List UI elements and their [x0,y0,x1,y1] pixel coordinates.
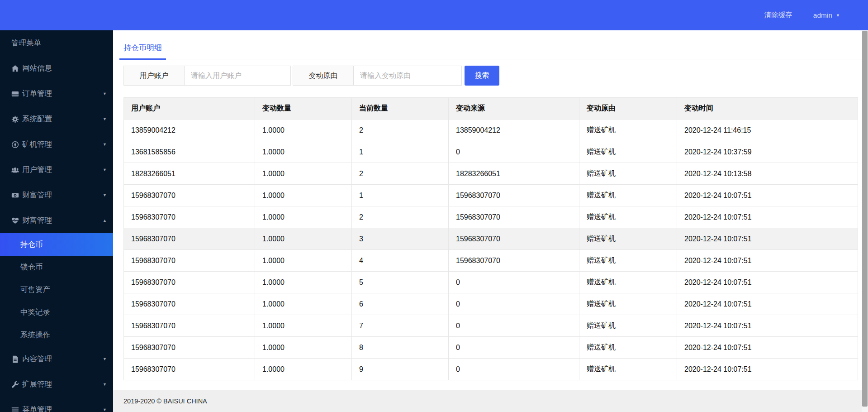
table-cell: 赠送矿机 [579,359,677,380]
table-cell: 1 [352,141,449,163]
table-cell: 1.0000 [255,359,352,380]
table-cell: 4 [352,250,449,272]
table-cell: 2020-12-24 11:46:15 [677,120,858,141]
table-row: 159683070701.000090赠送矿机2020-12-24 10:07:… [124,359,858,380]
table-cell: 15968307070 [124,359,255,380]
chevron-down-icon: ▼ [103,117,107,121]
column-header: 当前数量 [352,98,449,120]
tab-position-coin-detail[interactable]: 持仓币明细 [119,43,166,60]
table-cell: 2020-12-24 10:37:59 [677,141,858,163]
table-cell: 1.0000 [255,120,352,141]
table-cell: 15968307070 [449,185,579,206]
chevron-down-icon: ▼ [103,91,107,96]
copyright: 2019-2020 © BAISUI CHINA [123,398,207,405]
table-row: 159683070701.0000315968307070赠送矿机2020-12… [124,228,858,250]
table-row: 138590042121.0000213859004212赠送矿机2020-12… [124,120,858,141]
table-cell: 1.0000 [255,337,352,359]
table-cell: 2 [352,163,449,185]
sidebar-item-site-info[interactable]: 网站信息 [0,56,113,81]
sidebar-item-miner-mgmt[interactable]: 矿机管理▼ [0,132,113,157]
footer: 2019-2020 © BAISUI CHINA [113,390,868,412]
table-row: 159683070701.000060赠送矿机2020-12-24 10:07:… [124,293,858,315]
sidebar-item-user-mgmt[interactable]: 用户管理▼ [0,157,113,182]
table-cell: 15968307070 [124,337,255,359]
table-cell: 13859004212 [449,120,579,141]
table-row: 159683070701.000080赠送矿机2020-12-24 10:07:… [124,337,858,359]
sidebar-item-label: 用户管理 [22,165,52,175]
table-cell: 8 [352,337,449,359]
sidebar-item-label: 网站信息 [22,63,52,73]
table-cell: 15968307070 [449,206,579,228]
scrollbar[interactable] [862,30,868,412]
sidebar-item-label: 系统配置 [22,114,52,124]
table-cell: 2020-12-24 10:07:51 [677,359,858,380]
table-cell: 2020-12-24 10:07:51 [677,228,858,250]
sidebar-subitem-prize-records[interactable]: 中奖记录 [0,301,113,324]
table-cell: 15968307070 [124,293,255,315]
sidebar-item-label: 订单管理 [22,89,52,99]
account-input[interactable] [185,66,291,86]
sidebar-item-extension-mgmt[interactable]: 扩展管理▼ [0,372,113,397]
table-cell: 0 [449,272,579,293]
app-root: 清除缓存 admin ▼ 管理菜单 网站信息订单管理▼系统配置▼矿机管理▼用户管… [0,0,868,412]
table-row: 159683070701.0000115968307070赠送矿机2020-12… [124,185,858,206]
tabbar: 持仓币明细 [113,30,868,59]
sidebar-item-content-mgmt[interactable]: 内容管理▼ [0,346,113,372]
table-cell: 赠送矿机 [579,206,677,228]
scrollbar-thumb[interactable] [862,31,868,407]
table-cell: 赠送矿机 [579,250,677,272]
table-cell: 7 [352,315,449,337]
table-cell: 赠送矿机 [579,272,677,293]
search-bar: 用户账户 变动原由 搜索 [123,66,868,86]
sidebar-item-menu-mgmt[interactable]: 菜单管理▼ [0,397,113,412]
sidebar-item-wealth-mgmt[interactable]: 财富管理▼ [0,182,113,208]
sidebar-subitem-sellable-assets[interactable]: 可售资产 [0,278,113,301]
table-cell: 0 [449,315,579,337]
sidebar-item-label: 财富管理 [22,190,52,200]
table-cell: 1.0000 [255,228,352,250]
sidebar-item-label: 扩展管理 [22,379,52,389]
table-cell: 2 [352,206,449,228]
account-label: 用户账户 [123,66,185,86]
sidebar-subitem-position-coin[interactable]: 持仓币 [0,233,113,256]
table-cell: 2020-12-24 10:07:51 [677,206,858,228]
table-cell: 1.0000 [255,293,352,315]
reason-input[interactable] [354,66,462,86]
table-cell: 赠送矿机 [579,228,677,250]
sidebar-subitem-system-operations[interactable]: 系统操作 [0,324,113,346]
table-row: 159683070701.0000215968307070赠送矿机2020-12… [124,206,858,228]
card-icon [11,90,19,98]
sidebar-item-wealth-mgmt-2[interactable]: 财富管理▲ [0,208,113,233]
table-row: 159683070701.000070赠送矿机2020-12-24 10:07:… [124,315,858,337]
table-cell: 赠送矿机 [579,120,677,141]
table-cell: 13859004212 [124,120,255,141]
sidebar-item-order-mgmt[interactable]: 订单管理▼ [0,81,113,106]
chevron-down-icon: ▼ [103,407,107,412]
wrench-icon [11,381,19,388]
table-row: 182832660511.0000218283266051赠送矿机2020-12… [124,163,858,185]
account-input-group: 用户账户 [123,66,291,86]
sidebar-menu: 网站信息订单管理▼系统配置▼矿机管理▼用户管理▼财富管理▼财富管理▲持仓币锁仓币… [0,56,113,412]
sidebar-subitem-lock-coin[interactable]: 锁仓币 [0,256,113,278]
column-header: 变动数量 [255,98,352,120]
table-cell: 2020-12-24 10:07:51 [677,185,858,206]
table-cell: 13681585856 [124,141,255,163]
money-icon [11,192,19,199]
chevron-down-icon: ▼ [103,357,107,361]
sidebar-item-system-config[interactable]: 系统配置▼ [0,106,113,132]
topbar: 清除缓存 admin ▼ [0,0,868,30]
page-body: 管理菜单 网站信息订单管理▼系统配置▼矿机管理▼用户管理▼财富管理▼财富管理▲持… [0,30,868,412]
clear-cache-button[interactable]: 清除缓存 [764,10,792,20]
search-button[interactable]: 搜索 [465,66,499,86]
table-cell: 15968307070 [124,315,255,337]
user-menu[interactable]: admin ▼ [813,11,840,19]
sidebar-title: 管理菜单 [0,30,113,56]
sidebar-submenu: 持仓币锁仓币可售资产中奖记录系统操作 [0,233,113,346]
chevron-up-icon: ▲ [103,218,107,223]
table-cell: 2020-12-24 10:07:51 [677,250,858,272]
table-cell: 1.0000 [255,250,352,272]
table-cell: 15968307070 [124,206,255,228]
table-cell: 2020-12-24 10:07:51 [677,293,858,315]
table-cell: 5 [352,272,449,293]
table-row: 159683070701.000050赠送矿机2020-12-24 10:07:… [124,272,858,293]
